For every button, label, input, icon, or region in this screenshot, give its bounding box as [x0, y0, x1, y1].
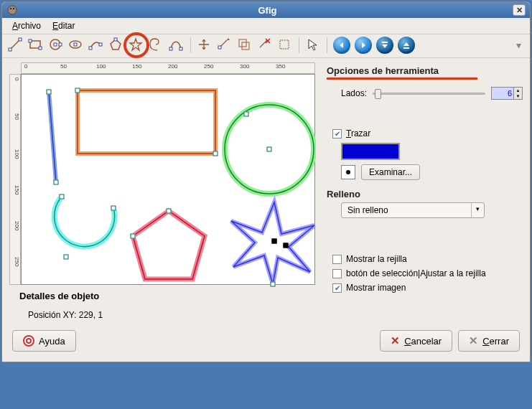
tool-options-title: Opciones de herramienta	[327, 65, 523, 76]
window-title: Gfig	[22, 5, 513, 16]
position-readout: Posición XY: 229, 1	[19, 310, 309, 320]
svg-rect-30	[78, 90, 215, 154]
fill-value: Sin relleno	[342, 203, 471, 217]
nav-prev[interactable]	[333, 37, 350, 54]
tool-move-point[interactable]	[215, 36, 234, 55]
nav-next[interactable]	[355, 37, 372, 54]
svg-rect-7	[29, 39, 32, 42]
svg-rect-26	[403, 47, 409, 49]
tool-options-panel: Opciones de herramienta Lados: ▲▼ ✔ Traz…	[327, 62, 523, 323]
canvas-panel: 0 50 100 150 200 250 300 350 0 50 100 15…	[9, 62, 319, 323]
tool-bezier[interactable]	[167, 36, 186, 55]
titlebar[interactable]: Gfig ✕	[2, 2, 530, 18]
details-title: Detalles de objeto	[19, 291, 309, 301]
snap-grid-label: botón de selección|Ajustar a la rejilla	[346, 268, 486, 278]
close-icon: ✕	[469, 334, 478, 347]
help-icon	[23, 335, 34, 347]
svg-rect-22	[239, 39, 246, 47]
spin-down-icon[interactable]: ▼	[514, 93, 522, 99]
fill-title: Relleno	[327, 189, 523, 199]
toolbar-separator	[299, 37, 299, 53]
object-details: Detalles de objeto Posición XY: 229, 1	[9, 285, 319, 323]
tool-cursor[interactable]	[304, 36, 322, 55]
svg-point-1	[10, 8, 11, 9]
svg-rect-24	[280, 40, 289, 49]
tool-ellipse[interactable]	[67, 36, 85, 55]
close-button[interactable]: ✕ Cerrar	[458, 330, 520, 352]
window-close-button[interactable]: ✕	[513, 4, 526, 16]
tool-line[interactable]	[6, 36, 25, 55]
tool-delete[interactable]	[256, 36, 274, 55]
help-button[interactable]: Ayuda	[12, 330, 76, 352]
snap-grid-checkbox[interactable]	[332, 269, 342, 278]
sides-field: Lados: ▲▼	[341, 87, 523, 100]
drawing-canvas[interactable]	[21, 74, 315, 285]
nav-top[interactable]	[376, 37, 393, 54]
svg-marker-18	[130, 39, 141, 50]
svg-marker-33	[133, 211, 205, 279]
tool-rect[interactable]	[27, 36, 45, 55]
tool-spiral[interactable]	[147, 36, 166, 55]
svg-line-28	[49, 92, 56, 182]
menubar: Archivo Editar	[2, 18, 530, 34]
toolbar-separator	[190, 37, 191, 53]
svg-point-0	[8, 6, 17, 14]
svg-rect-8	[39, 47, 42, 50]
tool-star[interactable]	[127, 36, 146, 55]
svg-point-37	[24, 336, 34, 346]
toolbar-separator	[327, 37, 327, 53]
tool-select-object[interactable]	[276, 36, 294, 55]
svg-point-2	[13, 8, 14, 9]
svg-rect-11	[59, 43, 62, 46]
svg-rect-15	[99, 43, 102, 46]
svg-rect-14	[89, 47, 92, 50]
svg-rect-20	[179, 47, 182, 50]
examine-button[interactable]: Examinar...	[361, 164, 420, 180]
brush-preview[interactable]	[341, 165, 355, 179]
sides-slider[interactable]	[373, 88, 485, 98]
gfig-window: Gfig ✕ Archivo Editar ▾	[1, 1, 531, 362]
svg-rect-23	[242, 42, 249, 50]
menu-edit[interactable]: Editar	[48, 19, 79, 32]
show-image-checkbox[interactable]: ✔	[332, 283, 342, 293]
show-grid-checkbox[interactable]	[332, 255, 342, 264]
svg-rect-17	[114, 38, 117, 41]
tool-circle[interactable]	[47, 36, 65, 55]
svg-rect-13	[74, 43, 77, 46]
ruler-vertical: 0 50 100 150 200 250	[9, 74, 21, 285]
nav-bottom[interactable]	[398, 37, 415, 54]
menu-file[interactable]: Archivo	[8, 19, 45, 32]
tool-arc[interactable]	[87, 36, 106, 55]
chevron-down-icon: ▾	[471, 203, 484, 217]
tool-copy[interactable]	[235, 36, 254, 55]
highlight-underline	[327, 77, 477, 80]
svg-rect-4	[9, 48, 11, 51]
brush-browse-row: Examinar...	[341, 164, 523, 180]
toolbar-overflow[interactable]: ▾	[516, 39, 526, 51]
spin-up-icon[interactable]: ▲	[514, 88, 522, 93]
stroke-color-swatch[interactable]	[341, 143, 400, 160]
svg-rect-5	[19, 38, 22, 41]
svg-rect-10	[54, 43, 57, 46]
svg-rect-25	[382, 42, 388, 43]
ruler-horizontal: 0 50 100 150 200 250 300 350	[21, 62, 315, 74]
cancel-icon: ✕	[391, 334, 400, 347]
sides-label: Lados:	[341, 88, 367, 98]
show-grid-label: Mostrar la rejilla	[346, 254, 407, 264]
svg-rect-19	[169, 47, 172, 50]
dialog-footer: Ayuda ✕ Cancelar ✕ Cerrar	[2, 323, 530, 362]
tool-polygon[interactable]	[107, 36, 126, 55]
tool-move-object[interactable]	[195, 36, 214, 55]
svg-rect-21	[218, 46, 221, 49]
sides-input[interactable]	[492, 88, 513, 99]
toolbar: ▾	[2, 34, 530, 58]
cancel-button[interactable]: ✕ Cancelar	[380, 330, 452, 352]
svg-rect-29	[78, 90, 215, 154]
fill-combo[interactable]: Sin relleno ▾	[341, 202, 485, 218]
sides-spinbox[interactable]: ▲▼	[491, 87, 523, 100]
content-area: 0 50 100 150 200 250 300 350 0 50 100 15…	[2, 58, 530, 323]
app-icon	[6, 4, 18, 16]
show-image-label: Mostrar imagen	[346, 283, 406, 293]
trace-checkbox[interactable]: ✔	[332, 129, 342, 138]
trace-label: Trazar	[346, 128, 370, 138]
